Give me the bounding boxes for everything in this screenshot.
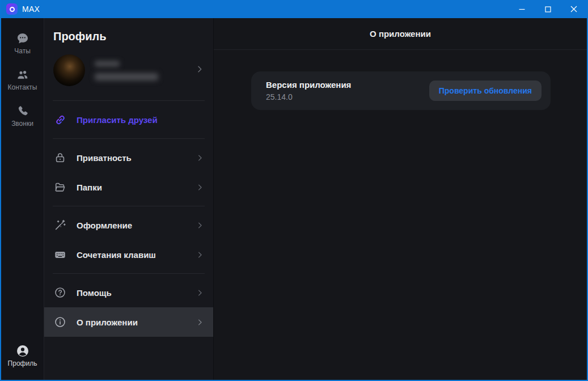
contacts-icon: [16, 68, 29, 82]
profile-panel: Профиль: [44, 18, 214, 380]
about-panel-header: О приложении: [214, 18, 587, 50]
window-title: MAX: [22, 5, 40, 14]
nav-item-calls[interactable]: Звонки: [1, 100, 44, 132]
magic-wand-icon: [53, 218, 67, 232]
chevron-right-icon: [196, 251, 204, 259]
chevron-right-icon: [196, 183, 204, 192]
version-value: 25.14.0: [266, 92, 429, 101]
minimize-button[interactable]: [509, 0, 535, 18]
blurred-user-name: [95, 61, 185, 81]
nav-item-label: Профиль: [8, 359, 37, 367]
nav-item-contacts[interactable]: Контакты: [1, 64, 44, 96]
help-icon: [53, 286, 67, 299]
window-controls: [509, 0, 587, 18]
chats-icon: [16, 32, 29, 45]
chevron-right-icon: [196, 289, 204, 297]
avatar: [53, 54, 85, 86]
calls-icon: [16, 104, 29, 118]
close-button[interactable]: [561, 0, 587, 18]
about-panel-title: О приложении: [370, 29, 431, 39]
close-icon: [570, 6, 577, 12]
nav-item-label: Контакты: [8, 83, 37, 91]
menu-item-keyboard-shortcuts[interactable]: Сочетания клавиш: [44, 240, 213, 269]
minimize-icon: [519, 6, 525, 12]
divider: [53, 206, 205, 206]
menu-item-privacy[interactable]: Приватность: [44, 143, 213, 172]
divider: [53, 273, 205, 274]
menu-item-label: Приватность: [77, 153, 132, 163]
version-label: Версия приложения: [266, 80, 429, 90]
menu-item-label: Оформление: [77, 221, 132, 230]
divider: [53, 138, 205, 139]
nav-item-profile[interactable]: Профиль: [1, 340, 44, 372]
maximize-button[interactable]: [535, 0, 561, 18]
profile-icon: [16, 344, 29, 358]
invite-link-icon: [53, 113, 67, 126]
menu-item-help[interactable]: Помощь: [44, 278, 213, 307]
check-updates-button[interactable]: Проверить обновления: [429, 81, 542, 101]
nav-item-label: Чаты: [14, 47, 31, 55]
chevron-right-icon: [196, 154, 204, 162]
menu-item-label: Сочетания клавиш: [77, 250, 156, 260]
menu-item-label: Пригласить друзей: [77, 115, 158, 125]
divider: [53, 100, 205, 101]
menu-item-label: О приложении: [77, 318, 138, 327]
chevron-right-icon: [196, 221, 204, 230]
profile-card-row[interactable]: [44, 51, 213, 96]
menu-item-invite-friends[interactable]: Пригласить друзей: [44, 105, 213, 134]
chevron-right-icon: [196, 318, 204, 327]
panel-title: Профиль: [44, 18, 213, 51]
menu-item-about[interactable]: О приложении: [44, 307, 213, 337]
nav-rail: Чаты Контакты Звонки: [1, 18, 44, 380]
titlebar: MAX: [1, 0, 587, 18]
info-icon: [53, 315, 67, 329]
main-area: Чаты Контакты Звонки: [1, 18, 587, 380]
app-window: MAX Чаты: [0, 0, 588, 381]
keyboard-icon: [53, 248, 67, 261]
menu-item-folders[interactable]: Папки: [44, 172, 213, 202]
about-panel: О приложении Версия приложения 25.14.0 П…: [214, 18, 587, 380]
maximize-icon: [545, 6, 551, 12]
chevron-right-icon: [195, 65, 204, 76]
menu-item-appearance[interactable]: Оформление: [44, 210, 213, 240]
version-info: Версия приложения 25.14.0: [266, 80, 429, 101]
nav-item-label: Звонки: [11, 120, 33, 128]
folder-icon: [53, 180, 67, 194]
nav-item-chats[interactable]: Чаты: [1, 27, 44, 60]
max-logo-icon: [6, 3, 18, 15]
lock-icon: [53, 151, 67, 164]
version-card: Версия приложения 25.14.0 Проверить обно…: [251, 71, 551, 110]
menu-item-label: Помощь: [77, 288, 112, 298]
menu-item-label: Папки: [77, 183, 102, 192]
